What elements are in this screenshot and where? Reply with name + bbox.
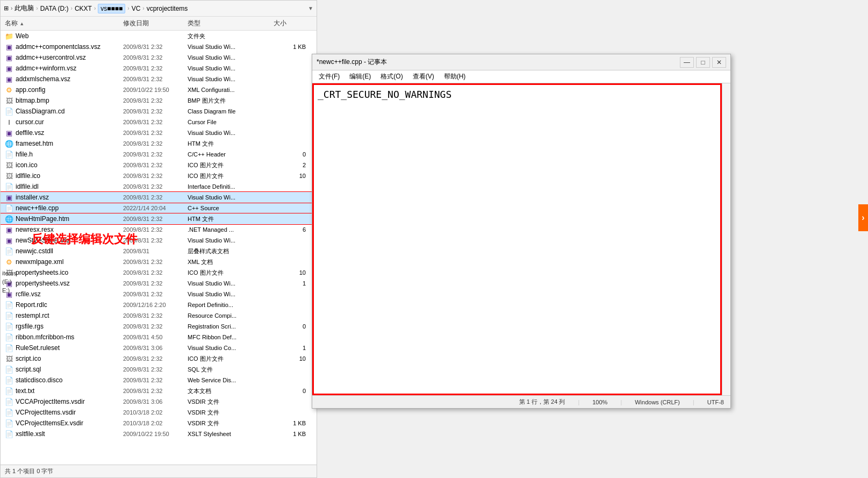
file-icon: 🖼 <box>5 96 13 105</box>
notepad-textarea[interactable] <box>312 83 730 395</box>
file-type: VSDIR 文件 <box>188 409 274 417</box>
table-row[interactable]: ▣ addmc++usercontrol.vsz 2009/8/31 2:32 … <box>1 52 317 63</box>
table-row[interactable]: ▣ rcfile.vsz 2009/8/31 2:32 Visual Studi… <box>1 289 317 299</box>
table-row[interactable]: ⚙ newxmlpage.xml 2009/8/31 2:32 XML 文档 <box>1 256 317 267</box>
close-button[interactable]: ✕ <box>712 57 726 68</box>
table-row[interactable]: I cursor.cur 2009/8/31 2:32 Cursor File <box>1 117 317 127</box>
file-type: C/C++ Header <box>188 151 274 158</box>
table-row[interactable]: 📄 newc++file.cpp 2022/1/14 20:04 C++ Sou… <box>1 203 317 213</box>
file-type: Visual Studio Wi... <box>188 54 274 61</box>
table-row[interactable]: 📄 restempl.rct 2009/8/31 2:32 Resource C… <box>1 310 317 321</box>
table-row[interactable]: ▣ deffile.vsz 2009/8/31 2:32 Visual Stud… <box>1 127 317 138</box>
file-size: 1 KB <box>274 44 306 50</box>
breadcrumb-data[interactable]: DATA (D:) <box>40 5 69 12</box>
table-row[interactable]: 🌐 NewHtmlPage.htm 2009/8/31 2:32 HTM 文件 <box>1 213 317 224</box>
table-row[interactable]: 📄 script.sql 2009/8/31 2:32 SQL 文件 <box>1 364 317 375</box>
table-row[interactable]: 📄 xsltfile.xslt 2009/10/22 19:50 XSLT St… <box>1 429 317 439</box>
file-icon: ▣ <box>5 42 13 51</box>
table-row[interactable]: 🖼 icon.ico 2009/8/31 2:32 ICO 图片文件 2 <box>1 160 317 170</box>
table-row[interactable]: 📄 VCCAProjectItems.vsdir 2009/8/31 3:06 … <box>1 396 317 407</box>
file-type: Cursor File <box>188 119 274 125</box>
table-row[interactable]: ▣ propertysheets.vsz 2009/8/31 2:32 Visu… <box>1 278 317 289</box>
file-type: SQL 文件 <box>188 366 274 374</box>
col-modified[interactable]: 修改日期 <box>123 19 188 28</box>
table-row[interactable]: 📄 staticdisco.disco 2009/8/31 2:32 Web S… <box>1 375 317 386</box>
file-type: ICO 图片文件 <box>188 161 274 169</box>
file-icon: ⚙ <box>5 258 13 266</box>
file-icon: 📄 <box>5 322 13 331</box>
table-row[interactable]: 📄 RuleSet.ruleset 2009/8/31 3:06 Visual … <box>1 343 317 353</box>
sort-arrow: ▲ <box>19 21 24 26</box>
file-modified: 2009/8/31 2:32 <box>123 54 188 61</box>
maximize-button[interactable]: □ <box>696 57 710 68</box>
col-name[interactable]: 名称 ▲ <box>5 19 123 28</box>
table-row[interactable]: 📄 rgsfile.rgs 2009/8/31 2:32 Registratio… <box>1 321 317 332</box>
file-modified: 2009/8/31 3:06 <box>123 345 188 351</box>
table-row[interactable]: 🖼 propertysheets.ico 2009/8/31 2:32 ICO … <box>1 267 317 278</box>
file-modified: 2009/8/31 2:32 <box>123 119 188 125</box>
col-size[interactable]: 大小 <box>274 19 306 28</box>
table-row[interactable]: 📄 VCProjectItemsEx.vsdir 2010/3/18 2:02 … <box>1 418 317 429</box>
table-row[interactable]: ▣ addmc++winform.vsz 2009/8/31 2:32 Visu… <box>1 63 317 74</box>
table-row[interactable]: 📄 newwjc.cstdll 2009/8/31 层叠样式表文档 <box>1 246 317 256</box>
table-row[interactable]: 🖼 bitmap.bmp 2009/8/31 2:32 BMP 图片文件 <box>1 95 317 106</box>
breadcrumb-ckxt[interactable]: CKXT <box>75 5 92 12</box>
table-row[interactable]: 📄 text.txt 2009/8/31 2:32 文本文档 0 <box>1 386 317 396</box>
notepad-scrollbar[interactable] <box>722 83 730 395</box>
file-modified: 2009/8/31 2:32 <box>123 173 188 179</box>
menu-format[interactable]: 格式(O) <box>376 71 407 82</box>
file-icon: 📄 <box>5 376 13 384</box>
menu-help[interactable]: 帮助(H) <box>440 71 470 82</box>
file-size: 6 <box>274 226 306 233</box>
breadcrumb-vcprojectitems[interactable]: vcprojectitems <box>147 5 188 12</box>
table-row[interactable]: 📄 idlfile.idl 2009/8/31 2:32 Interface D… <box>1 181 317 192</box>
breadcrumb-sep-3: › <box>94 5 96 11</box>
file-name: addmc++winform.vsz <box>16 65 76 72</box>
table-row[interactable]: ▣ installer.vsz 2009/8/31 2:32 Visual St… <box>1 192 317 203</box>
file-modified: 2010/3/18 2:02 <box>123 409 188 416</box>
file-modified: 2009/8/31 2:32 <box>123 388 188 394</box>
menu-edit[interactable]: 编辑(E) <box>345 71 375 82</box>
breadcrumb-pc-label[interactable]: 此电脑 <box>15 4 34 13</box>
table-row[interactable]: 📁 Web 文件夹 <box>1 31 317 41</box>
table-row[interactable]: 📄 Report.rdlc 2009/12/16 2:20 Report Def… <box>1 299 317 310</box>
breadcrumb-vc[interactable]: VC <box>132 5 141 12</box>
file-name: text.txt <box>16 387 34 395</box>
minimize-button[interactable]: — <box>680 57 694 68</box>
table-row[interactable]: 🖼 script.ico 2009/8/31 2:32 ICO 图片文件 10 <box>1 353 317 364</box>
file-name: ClassDiagram.cd <box>16 108 64 115</box>
breadcrumb-expand[interactable]: ▼ <box>308 5 313 11</box>
file-type: Class Diagram file <box>188 108 274 115</box>
table-row[interactable]: 📄 hfile.h 2009/8/31 2:32 C/C++ Header 0 <box>1 149 317 160</box>
menu-view[interactable]: 查看(V) <box>408 71 439 82</box>
table-row[interactable]: ⚙ app.config 2009/10/22 19:50 XML Config… <box>1 84 317 95</box>
table-row[interactable]: 📄 ClassDiagram.cd 2009/8/31 2:32 Class D… <box>1 106 317 117</box>
sidebar-e1-label: (E:) <box>0 277 30 286</box>
file-type: ICO 图片文件 <box>188 172 274 180</box>
breadcrumb-pc[interactable]: ⊞ <box>4 5 9 12</box>
file-name: rgsfile.rgs <box>16 323 44 330</box>
table-row[interactable]: ▣ newresx.resx 2009/8/31 2:32 .NET Manag… <box>1 224 317 235</box>
file-size: 2 <box>274 162 306 168</box>
table-row[interactable]: 📄 VCProjectItems.vsdir 2010/3/18 2:02 VS… <box>1 407 317 418</box>
file-type: XSLT Stylesheet <box>188 431 274 437</box>
file-name: hfile.h <box>16 151 33 158</box>
file-icon: 🌐 <box>5 139 13 148</box>
table-row[interactable]: ▣ addxmlschema.vsz 2009/8/31 2:32 Visual… <box>1 74 317 84</box>
breadcrumb-vs[interactable]: vs■■■■ <box>98 4 125 13</box>
table-row[interactable]: ▣ newStyleSheet.vsz 2009/8/31 2:32 Visua… <box>1 235 317 246</box>
table-row[interactable]: 📄 ribbon.mfcribbon-ms 2009/8/31 4:50 MFC… <box>1 332 317 343</box>
file-name: newxmlpage.xml <box>16 258 63 266</box>
col-type[interactable]: 类型 <box>188 19 274 28</box>
menu-file[interactable]: 文件(F) <box>314 71 344 82</box>
file-type: Resource Compi... <box>188 312 274 319</box>
file-icon: 📄 <box>5 365 13 374</box>
table-row[interactable]: ▣ addmc++componentclass.vsz 2009/8/31 2:… <box>1 41 317 52</box>
file-modified: 2009/8/31 2:32 <box>123 183 188 190</box>
file-type: Visual Studio Wi... <box>188 130 274 136</box>
file-modified: 2009/8/31 2:32 <box>123 269 188 276</box>
table-row[interactable]: 🖼 idlfile.ico 2009/8/31 2:32 ICO 图片文件 10 <box>1 170 317 181</box>
notepad-content-area <box>312 83 730 395</box>
file-size: 10 <box>274 355 306 362</box>
table-row[interactable]: 🌐 frameset.htm 2009/8/31 2:32 HTM 文件 <box>1 138 317 149</box>
